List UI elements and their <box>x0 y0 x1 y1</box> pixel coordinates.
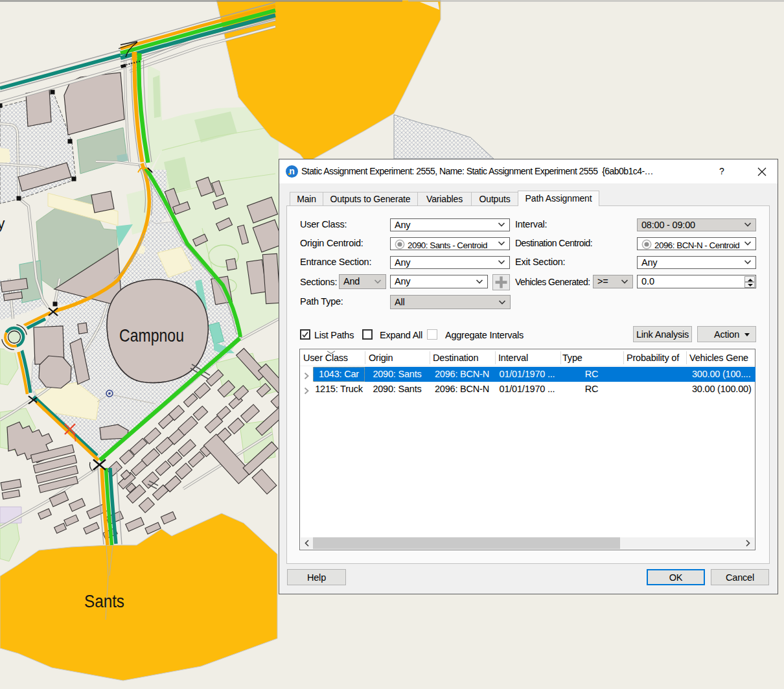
svg-text:Sants: Sants <box>84 591 124 611</box>
svg-text:y: y <box>0 215 5 232</box>
svg-text:Campnou: Campnou <box>119 325 184 345</box>
